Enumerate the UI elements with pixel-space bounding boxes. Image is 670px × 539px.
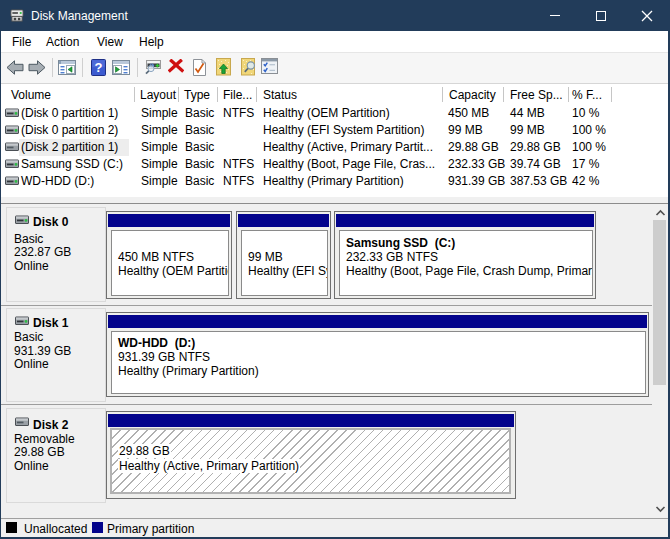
svg-text:?: ? <box>95 60 103 75</box>
